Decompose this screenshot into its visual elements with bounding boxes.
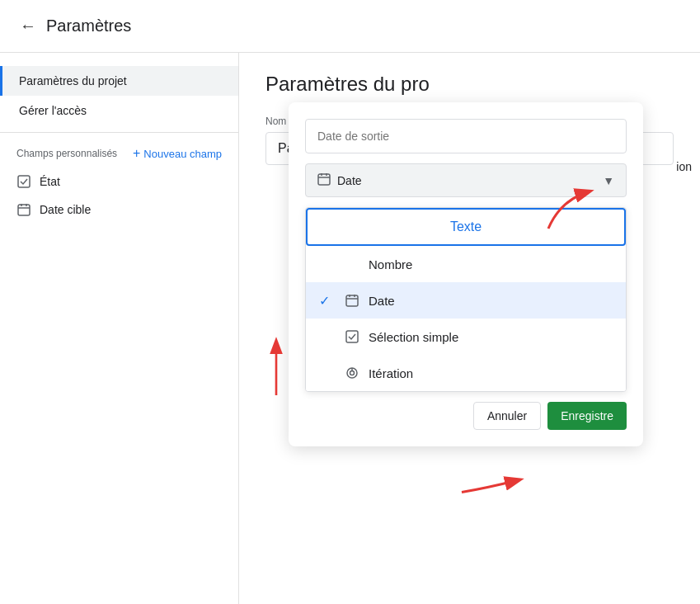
sidebar-item-manage-access[interactable]: Gérer l'accès xyxy=(0,96,238,125)
field-name-input[interactable] xyxy=(305,119,627,153)
svg-rect-0 xyxy=(18,176,30,187)
svg-point-15 xyxy=(350,371,355,375)
field-item-etat[interactable]: État xyxy=(0,168,238,196)
page-title: Paramètres xyxy=(46,17,131,35)
type-option-selection[interactable]: Sélection simple xyxy=(306,319,626,355)
svg-rect-9 xyxy=(346,295,358,306)
ion-label: ion xyxy=(676,160,692,173)
type-dropdown: Texte Nombre ✓ xyxy=(305,207,627,392)
right-title: Paramètres du pro xyxy=(265,73,674,96)
checkbox-icon xyxy=(16,174,31,189)
svg-rect-5 xyxy=(318,174,330,185)
action-row: Annuler Enregistre xyxy=(305,402,627,430)
right-content: Paramètres du pro Nom du projet ion Date… xyxy=(239,53,700,604)
custom-fields-label: Champs personnalisés xyxy=(16,148,117,159)
header: ← Paramètres xyxy=(0,0,700,53)
svg-rect-1 xyxy=(18,205,30,215)
field-item-date-cible[interactable]: Date cible xyxy=(0,196,238,224)
type-select-row[interactable]: Date ▼ xyxy=(305,163,627,197)
nombre-icon xyxy=(344,256,360,272)
checkmark-date: ✓ xyxy=(319,293,336,309)
calendar-icon-sidebar xyxy=(16,202,31,217)
type-select-label: Date xyxy=(337,174,362,187)
type-option-selection-label: Sélection simple xyxy=(369,330,458,344)
selection-icon xyxy=(344,328,360,345)
field-label-etat: État xyxy=(40,175,60,188)
type-option-date-label: Date xyxy=(369,294,395,308)
sidebar-item-label: Paramètres du projet xyxy=(19,74,127,87)
cancel-button[interactable]: Annuler xyxy=(473,402,541,430)
type-option-texte[interactable]: Texte xyxy=(306,208,626,246)
main-layout: Paramètres du projet Gérer l'accès Champ… xyxy=(0,53,700,604)
iteration-icon xyxy=(344,365,360,381)
sidebar-item-label: Gérer l'accès xyxy=(19,104,87,117)
new-field-button[interactable]: + Nouveau champ xyxy=(133,146,222,161)
back-button[interactable]: ← xyxy=(20,17,36,35)
field-type-modal: Date ▼ Texte Nombre ✓ xyxy=(289,102,643,446)
arrow-date-option xyxy=(453,457,536,503)
sidebar-divider xyxy=(0,132,238,133)
calendar-icon-type xyxy=(317,172,331,188)
custom-fields-header: Champs personnalisés + Nouveau champ xyxy=(0,139,238,168)
chevron-down-icon: ▼ xyxy=(603,174,614,187)
type-option-date[interactable]: ✓ Date xyxy=(306,282,626,319)
svg-rect-13 xyxy=(346,331,358,342)
plus-icon: + xyxy=(133,146,140,161)
field-label-date-cible: Date cible xyxy=(40,203,91,216)
save-button[interactable]: Enregistre xyxy=(547,402,627,430)
new-field-label: Nouveau champ xyxy=(143,148,222,160)
calendar-icon-option xyxy=(344,292,360,309)
type-option-iteration-label: Itération xyxy=(369,366,413,380)
type-option-nombre-label: Nombre xyxy=(369,257,412,271)
type-option-iteration[interactable]: Itération xyxy=(306,355,626,391)
type-option-texte-label: Texte xyxy=(450,219,482,234)
type-option-nombre[interactable]: Nombre xyxy=(306,246,626,282)
sidebar: Paramètres du projet Gérer l'accès Champ… xyxy=(0,53,239,604)
sidebar-item-project-settings[interactable]: Paramètres du projet xyxy=(0,66,238,96)
